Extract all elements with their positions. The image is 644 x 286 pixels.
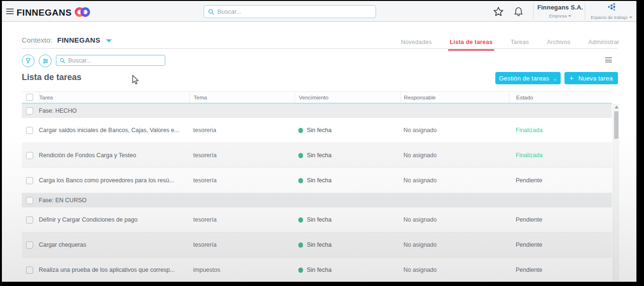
filter-funnel-button[interactable]: [22, 54, 35, 67]
topbar-divider: [585, 3, 585, 20]
task-due: Sin fecha: [295, 216, 400, 223]
task-due-label: Sin fecha: [307, 177, 331, 184]
task-name: Cargar chequeras: [39, 241, 189, 248]
task-status: Pendiente: [509, 267, 612, 273]
workspace-menu[interactable]: Espacio de trabajo: [588, 2, 635, 20]
context-tab-3[interactable]: Archivos: [547, 39, 571, 52]
table-row[interactable]: Realiza una prueba de los aplicativos qu…: [22, 258, 612, 282]
search-icon: [60, 58, 65, 63]
table-search-input[interactable]: [68, 57, 161, 64]
task-status: Pendiente: [509, 241, 612, 248]
row-checkbox[interactable]: [26, 107, 33, 115]
task-topic: tesorería: [189, 241, 295, 248]
view-options-icon[interactable]: [605, 57, 612, 63]
task-assignee: No asignado: [400, 216, 509, 223]
task-due-label: Sin fecha: [307, 127, 331, 134]
task-name: Cargar saldos iniciales de Bancos, Cajas…: [39, 127, 189, 134]
column-header-estado[interactable]: Estado: [509, 92, 612, 103]
context-label: Contexto:: [22, 36, 52, 44]
task-topic: tesorería: [189, 177, 295, 184]
scrollbar-thumb[interactable]: [614, 111, 618, 139]
task-assignee: No asignado: [400, 267, 509, 273]
row-checkbox[interactable]: [26, 177, 33, 184]
favorites-star-icon[interactable]: [492, 6, 504, 19]
due-status-dot-icon: [298, 178, 303, 183]
task-table-body: Fase: HECHO Cargar saldos iniciales de B…: [22, 104, 612, 282]
context-tab-1[interactable]: Lista de tareas: [450, 39, 493, 52]
task-assignee: No asignado: [400, 127, 509, 134]
scroll-up-icon[interactable]: [615, 106, 618, 108]
app-window: FINNEGANS: [2, 1, 636, 282]
company-menu[interactable]: Finnegans S.A. Empresa: [536, 4, 584, 18]
row-checkbox[interactable]: [26, 197, 33, 204]
task-table-header: Tarea Tema Vencimiento Responsable Estad…: [22, 91, 612, 104]
task-due-label: Sin fecha: [307, 267, 331, 273]
topbar-divider: [533, 3, 534, 20]
table-row[interactable]: Rendición de Fondos Carga y Testeo tesor…: [22, 143, 612, 168]
new-task-button[interactable]: +Nueva tarea: [564, 72, 618, 84]
global-search-input[interactable]: [217, 8, 372, 15]
menu-icon[interactable]: [6, 9, 14, 14]
task-due: Sin fecha: [295, 241, 400, 248]
context-tabs: NovedadesLista de tareasTareasArchivosAd…: [401, 39, 619, 52]
column-header-tema[interactable]: Tema: [189, 92, 295, 103]
select-all-checkbox[interactable]: [26, 94, 33, 101]
task-status: Pendiente: [509, 216, 612, 223]
plus-icon: +: [570, 74, 573, 82]
table-row[interactable]: Definir y Cargar Condiciones de pago tes…: [22, 207, 612, 232]
table-row[interactable]: Cargar saldos iniciales de Bancos, Cajas…: [22, 118, 612, 143]
row-checkbox[interactable]: [26, 216, 33, 223]
group-row-label: Fase: HECHO: [39, 107, 77, 114]
brand-logo[interactable]: FINNEGANS: [17, 6, 91, 19]
table-row[interactable]: Carga los Banco como proveedores para lo…: [22, 168, 612, 193]
task-due: Sin fecha: [295, 177, 400, 184]
task-name: Realiza una prueba de los aplicativos qu…: [39, 267, 189, 273]
row-checkbox[interactable]: [26, 127, 33, 134]
row-checkbox[interactable]: [26, 241, 33, 249]
row-checkbox[interactable]: [26, 152, 33, 159]
task-topic: impuestos: [189, 267, 295, 273]
context-tab-0[interactable]: Novedades: [401, 39, 432, 52]
task-due: Sin fecha: [295, 152, 400, 159]
context-tab-4[interactable]: Administrar: [589, 39, 619, 52]
row-checkbox[interactable]: [26, 267, 33, 274]
task-topic: tesorería: [189, 152, 295, 159]
page-title: Lista de tareas: [22, 72, 81, 82]
due-status-dot-icon: [298, 217, 303, 223]
column-header-responsable[interactable]: Responsable: [400, 92, 509, 103]
manage-tasks-button[interactable]: Gestión de tareas⌄: [495, 72, 561, 84]
workspace-menu-label: Espacio de trabajo: [588, 15, 635, 20]
filter-sliders-button[interactable]: [39, 54, 52, 67]
task-status: Finalizada: [509, 127, 612, 134]
task-due-label: Sin fecha: [307, 152, 331, 159]
chevron-down-icon: ⌄: [553, 76, 557, 81]
task-name: Definir y Cargar Condiciones de pago: [39, 216, 189, 223]
workspace-dots-icon: [606, 6, 617, 14]
task-assignee: No asignado: [400, 241, 509, 248]
brand-logo-text: FINNEGANS: [17, 8, 72, 18]
table-row[interactable]: Cargar chequeras tesorería Sin fecha No …: [22, 232, 612, 258]
table-group-row[interactable]: Fase: EN CURSO: [22, 193, 612, 207]
task-due-label: Sin fecha: [307, 241, 331, 248]
table-search: [56, 55, 165, 66]
infinity-logo-icon: [72, 6, 91, 19]
column-header-vencimiento[interactable]: Vencimiento: [295, 92, 400, 103]
column-header-tarea[interactable]: Tarea: [39, 92, 189, 103]
task-due-label: Sin fecha: [307, 216, 331, 223]
due-status-dot-icon: [298, 128, 303, 133]
due-status-dot-icon: [298, 268, 303, 273]
chevron-down-icon: [629, 17, 632, 18]
task-status: Pendiente: [509, 177, 612, 184]
task-status: Finalizada: [509, 152, 612, 159]
topbar: FINNEGANS: [2, 1, 636, 22]
context-dropdown-icon[interactable]: [106, 39, 112, 43]
context-value[interactable]: FINNEGANS: [57, 36, 100, 44]
task-name: Carga los Banco como proveedores para lo…: [39, 177, 189, 184]
notifications-bell-icon[interactable]: [513, 6, 524, 19]
task-due: Sin fecha: [295, 267, 400, 273]
task-assignee: No asignado: [400, 177, 509, 184]
table-scrollbar[interactable]: [613, 104, 619, 281]
table-group-row[interactable]: Fase: HECHO: [22, 104, 612, 118]
search-icon: [208, 9, 215, 15]
context-tab-2[interactable]: Tareas: [510, 39, 529, 52]
